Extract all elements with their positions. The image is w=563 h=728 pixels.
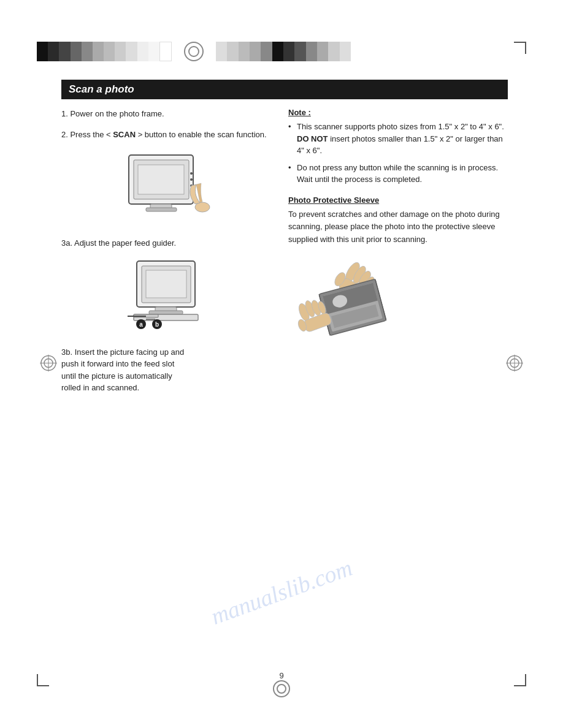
note-item-2: Do not press any button while the scanni… (288, 162, 508, 186)
page-number: 9 (279, 671, 283, 680)
right-column: Note : This scanner supports photo sizes… (288, 108, 508, 403)
svg-rect-15 (146, 208, 177, 211)
svg-rect-28 (128, 316, 146, 317)
illustration-protective-sleeve (288, 257, 508, 362)
device-scan-svg (117, 149, 215, 229)
two-column-layout: 1. Power on the photo frame. 2. Press th… (61, 108, 508, 403)
svg-rect-21 (149, 311, 183, 314)
main-content: Scan a photo 1. Power on the photo frame… (61, 80, 508, 667)
illustration-device-scan (61, 149, 270, 229)
photo-protective-title: Photo Protective Sleeve (288, 195, 508, 205)
bottom-crosshair (273, 680, 290, 697)
step-1: 1. Power on the photo frame. (61, 108, 270, 120)
photo-protective-section: Photo Protective Sleeve To prevent scrat… (288, 195, 508, 246)
left-column: 1. Power on the photo frame. 2. Press th… (61, 108, 270, 403)
svg-text:a: a (139, 321, 143, 328)
step-3b: 3b. Insert the picture facing up andpush… (61, 346, 270, 394)
top-color-bar (37, 42, 526, 61)
step-2: 2. Press the < SCAN > button to enable t… (61, 129, 270, 141)
svg-text:b: b (155, 321, 158, 328)
top-center-crosshair (184, 42, 204, 61)
paper-feed-svg: a b (115, 258, 216, 338)
note-section: Note : This scanner supports photo sizes… (288, 108, 508, 186)
svg-point-12 (190, 178, 193, 181)
svg-rect-19 (146, 270, 186, 298)
note-item-1: This scanner supports photo sizes from 1… (288, 121, 508, 157)
color-strip-right (216, 42, 351, 61)
corner-mark-bl (37, 674, 49, 686)
section-title: Scan a photo (61, 80, 508, 99)
corner-mark-br (514, 674, 526, 686)
protective-sleeve-svg (288, 257, 411, 362)
step-3a: 3a. Adjust the paper feed guider. (61, 237, 270, 249)
crosshair-right (506, 355, 523, 374)
svg-rect-10 (138, 165, 184, 194)
color-strip-left (37, 42, 172, 61)
crosshair-left (40, 355, 57, 374)
illustration-paper-feed: a b (61, 258, 270, 338)
note-label: Note : (288, 108, 508, 117)
note-list: This scanner supports photo sizes from 1… (288, 121, 508, 186)
svg-point-11 (190, 172, 193, 175)
photo-protective-text: To prevent scratches and other damage on… (288, 208, 508, 246)
